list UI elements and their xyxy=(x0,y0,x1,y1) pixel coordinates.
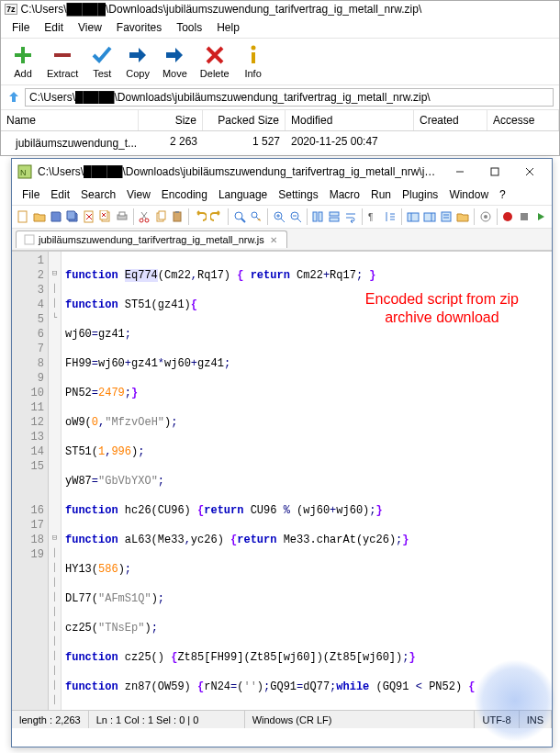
replace-icon[interactable] xyxy=(249,208,263,225)
svg-rect-17 xyxy=(174,212,181,221)
save-all-icon[interactable] xyxy=(65,208,80,225)
func-list-icon[interactable] xyxy=(439,208,454,225)
redo-icon[interactable] xyxy=(209,208,224,225)
move-arrow-icon xyxy=(163,44,185,66)
folder-browser-icon[interactable] xyxy=(455,208,470,225)
wrap-icon[interactable] xyxy=(343,208,358,225)
svg-rect-25 xyxy=(330,212,339,216)
svg-rect-26 xyxy=(330,218,339,221)
show-chars-icon[interactable]: ¶ xyxy=(366,208,381,225)
stop-macro-icon[interactable] xyxy=(517,208,532,225)
file-row[interactable]: JS jubiläumszuwendung_t... 2 263 1 527 2… xyxy=(1,131,559,155)
record-macro-icon[interactable] xyxy=(500,208,515,225)
close-button[interactable] xyxy=(513,162,546,182)
path-row xyxy=(1,85,559,110)
npp-menu-plugins[interactable]: Plugins xyxy=(398,186,442,203)
monitor-icon[interactable] xyxy=(478,208,493,225)
path-input[interactable] xyxy=(25,88,554,107)
npp-menu-settings[interactable]: Settings xyxy=(274,186,322,203)
copy-button[interactable]: Copy xyxy=(122,44,153,79)
cut-icon[interactable] xyxy=(137,208,151,225)
svg-point-19 xyxy=(235,212,242,219)
npp-statusbar: length : 2,263 Ln : 1 Col : 1 Sel : 0 | … xyxy=(12,710,552,728)
npp-menu-window[interactable]: Window xyxy=(444,186,493,203)
notepad-plus-plus-window: N C:\Users\█████\Downloads\jubiläumszuwe… xyxy=(11,158,553,747)
npp-menu-macro[interactable]: Macro xyxy=(325,186,364,203)
col-packed-size[interactable]: Packed Size xyxy=(203,110,286,130)
npp-toolbar: ¶ xyxy=(12,205,552,229)
zoom-out-icon[interactable] xyxy=(288,208,303,225)
svg-text:N: N xyxy=(20,168,27,177)
file-tab[interactable]: jubiläumszuwendung_tarifvertrag_ig_metal… xyxy=(16,230,287,248)
npp-menu-view[interactable]: View xyxy=(122,186,155,203)
svg-rect-18 xyxy=(175,211,179,213)
svg-text:¶: ¶ xyxy=(368,212,373,222)
npp-menu-search[interactable]: Search xyxy=(76,186,120,203)
info-icon xyxy=(242,44,264,66)
minus-icon xyxy=(51,44,73,66)
col-created[interactable]: Created xyxy=(414,110,487,130)
play-macro-icon[interactable] xyxy=(533,208,548,225)
npp-menu-help[interactable]: ? xyxy=(495,186,510,203)
code-content: function Eq774(Cm22,Rq17) { return Cm22+… xyxy=(62,252,552,710)
test-button[interactable]: Test xyxy=(87,44,117,79)
svg-rect-34 xyxy=(521,213,528,220)
svg-point-14 xyxy=(145,219,149,222)
folder-view-icon[interactable] xyxy=(406,208,420,225)
menu-help[interactable]: Help xyxy=(211,19,245,36)
new-file-icon[interactable] xyxy=(16,208,30,225)
close-all-icon[interactable] xyxy=(98,208,113,225)
code-editor[interactable]: 12345678910111213141516171819 ⊟││└⊟│││││… xyxy=(12,251,552,710)
open-file-icon[interactable] xyxy=(32,208,47,225)
svg-point-0 xyxy=(251,46,255,51)
zoom-in-icon[interactable] xyxy=(272,208,286,225)
info-button[interactable]: Info xyxy=(239,44,268,79)
seven-zip-title-path: C:\Users\█████\Downloads\jubiläumszuwend… xyxy=(21,3,422,16)
maximize-button[interactable] xyxy=(478,162,511,182)
menu-favorites[interactable]: Favorites xyxy=(111,19,167,36)
sync-v-icon[interactable] xyxy=(310,208,325,225)
npp-menu-edit[interactable]: Edit xyxy=(46,186,74,203)
svg-point-33 xyxy=(503,212,512,221)
menu-view[interactable]: View xyxy=(73,19,107,36)
plus-icon xyxy=(12,44,34,66)
paste-icon[interactable] xyxy=(170,208,185,225)
find-icon[interactable] xyxy=(232,208,247,225)
col-modified[interactable]: Modified xyxy=(286,110,414,130)
doc-map-icon[interactable] xyxy=(422,208,437,225)
svg-rect-35 xyxy=(25,235,34,244)
menu-edit[interactable]: Edit xyxy=(39,19,69,36)
tab-label: jubiläumszuwendung_tarifvertrag_ig_metal… xyxy=(39,234,264,245)
col-name[interactable]: Name xyxy=(1,110,139,130)
seven-zip-icon: 7z xyxy=(5,4,17,15)
extract-button[interactable]: Extract xyxy=(43,44,82,79)
add-button[interactable]: Add xyxy=(8,44,38,79)
menu-tools[interactable]: Tools xyxy=(171,19,207,36)
minimize-button[interactable] xyxy=(443,162,476,182)
fold-gutter: ⊟││└⊟│││││││││││ xyxy=(49,252,62,710)
status-mode: INS xyxy=(520,711,552,728)
save-icon[interactable] xyxy=(49,208,63,225)
delete-button[interactable]: Delete xyxy=(196,44,233,79)
menu-file[interactable]: File xyxy=(6,19,35,36)
move-button[interactable]: Move xyxy=(159,44,191,79)
col-accessed[interactable]: Accesse xyxy=(487,110,559,130)
up-arrow-icon[interactable] xyxy=(6,90,21,105)
close-file-icon[interactable] xyxy=(82,208,96,225)
svg-rect-23 xyxy=(313,212,317,221)
indent-guide-icon[interactable] xyxy=(383,208,398,225)
svg-rect-7 xyxy=(18,211,27,222)
npp-menu-language[interactable]: Language xyxy=(214,186,272,203)
undo-icon[interactable] xyxy=(193,208,207,225)
npp-menu-encoding[interactable]: Encoding xyxy=(157,186,212,203)
tab-close-icon[interactable]: ✕ xyxy=(268,235,279,245)
copy-icon[interactable] xyxy=(153,208,168,225)
sync-h-icon[interactable] xyxy=(327,208,342,225)
print-icon[interactable] xyxy=(115,208,129,225)
npp-menu-file[interactable]: File xyxy=(17,186,44,203)
seven-zip-titlebar: 7z C:\Users\█████\Downloads\jubiläumszuw… xyxy=(1,1,559,17)
npp-menu-run[interactable]: Run xyxy=(366,186,396,203)
right-arrow-icon xyxy=(127,44,149,66)
svg-rect-12 xyxy=(119,212,125,216)
col-size[interactable]: Size xyxy=(139,110,203,130)
